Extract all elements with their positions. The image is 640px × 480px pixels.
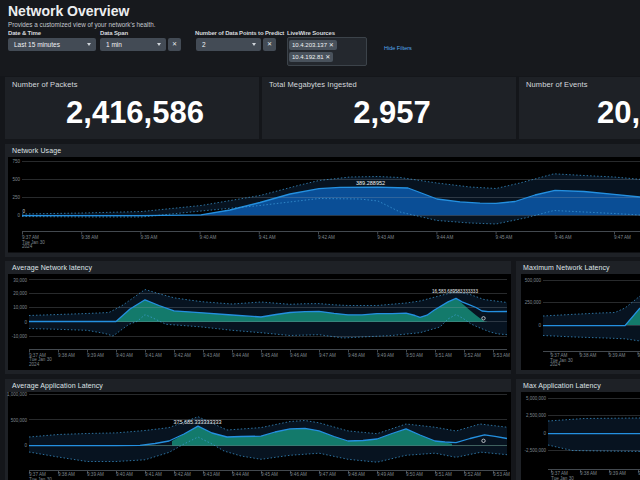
svg-text:9:43 AM: 9:43 AM bbox=[203, 353, 220, 358]
svg-text:9:38 AM: 9:38 AM bbox=[58, 353, 75, 358]
svg-text:9:41 AM: 9:41 AM bbox=[145, 353, 162, 358]
svg-text:9:39 AM: 9:39 AM bbox=[609, 471, 626, 476]
svg-text:2024: 2024 bbox=[550, 362, 561, 367]
svg-text:9:52 AM: 9:52 AM bbox=[464, 472, 481, 477]
svg-text:500,000: 500,000 bbox=[525, 278, 542, 283]
svg-text:9:38 AM: 9:38 AM bbox=[580, 471, 597, 476]
svg-text:389.288952: 389.288952 bbox=[356, 180, 385, 186]
svg-text:1,000,000: 1,000,000 bbox=[7, 392, 28, 397]
svg-text:9:51 AM: 9:51 AM bbox=[435, 472, 452, 477]
svg-text:2024: 2024 bbox=[29, 362, 40, 367]
svg-text:9:48 AM: 9:48 AM bbox=[348, 353, 365, 358]
svg-text:9:39 AM: 9:39 AM bbox=[87, 472, 104, 477]
svg-text:30,000: 30,000 bbox=[13, 278, 27, 283]
svg-text:Tue Jan 30: Tue Jan 30 bbox=[29, 477, 52, 480]
svg-text:20,000: 20,000 bbox=[13, 291, 27, 296]
svg-text:9:38 AM: 9:38 AM bbox=[81, 235, 98, 240]
svg-text:9:47 AM: 9:47 AM bbox=[319, 353, 336, 358]
svg-text:9:46 AM: 9:46 AM bbox=[555, 235, 572, 240]
svg-text:9:48 AM: 9:48 AM bbox=[348, 472, 365, 477]
svg-text:2024: 2024 bbox=[22, 244, 33, 249]
svg-text:9:42 AM: 9:42 AM bbox=[174, 472, 191, 477]
svg-text:9:40 AM: 9:40 AM bbox=[116, 472, 133, 477]
svg-text:5,000,000: 5,000,000 bbox=[526, 396, 547, 401]
svg-text:9:39 AM: 9:39 AM bbox=[140, 235, 157, 240]
svg-text:375,685.333333333: 375,685.333333333 bbox=[174, 419, 222, 425]
svg-text:9:42 AM: 9:42 AM bbox=[174, 353, 191, 358]
svg-text:-2,500,000: -2,500,000 bbox=[524, 448, 546, 453]
svg-text:9:45 AM: 9:45 AM bbox=[496, 235, 513, 240]
svg-text:500: 500 bbox=[12, 177, 20, 182]
svg-text:9:40 AM: 9:40 AM bbox=[200, 235, 217, 240]
svg-text:9:46 AM: 9:46 AM bbox=[290, 472, 307, 477]
svg-text:9:38 AM: 9:38 AM bbox=[58, 472, 75, 477]
svg-text:9:52 AM: 9:52 AM bbox=[464, 353, 481, 358]
svg-text:9:43 AM: 9:43 AM bbox=[203, 472, 220, 477]
svg-text:9:51 AM: 9:51 AM bbox=[435, 353, 452, 358]
svg-text:9:40 AM: 9:40 AM bbox=[116, 353, 133, 358]
svg-text:9:49 AM: 9:49 AM bbox=[377, 353, 394, 358]
svg-text:500,000: 500,000 bbox=[11, 418, 28, 423]
svg-text:9:39 AM: 9:39 AM bbox=[609, 353, 626, 358]
svg-text:9:45 AM: 9:45 AM bbox=[261, 353, 278, 358]
svg-text:9:50 AM: 9:50 AM bbox=[406, 472, 423, 477]
svg-text:9:44 AM: 9:44 AM bbox=[232, 353, 249, 358]
svg-text:9:49 AM: 9:49 AM bbox=[377, 472, 394, 477]
svg-text:9:45 AM: 9:45 AM bbox=[261, 472, 278, 477]
svg-text:16,583.689583333333: 16,583.689583333333 bbox=[432, 289, 478, 294]
svg-text:9:47 AM: 9:47 AM bbox=[614, 235, 631, 240]
svg-text:9:41 AM: 9:41 AM bbox=[145, 472, 162, 477]
svg-text:750: 750 bbox=[12, 159, 20, 164]
svg-text:9:38 AM: 9:38 AM bbox=[580, 353, 597, 358]
svg-text:9:50 AM: 9:50 AM bbox=[406, 353, 423, 358]
svg-text:9:42 AM: 9:42 AM bbox=[318, 235, 335, 240]
svg-text:9:46 AM: 9:46 AM bbox=[290, 353, 307, 358]
svg-text:9:53 AM: 9:53 AM bbox=[493, 472, 510, 477]
svg-text:9:39 AM: 9:39 AM bbox=[87, 353, 104, 358]
svg-text:9:47 AM: 9:47 AM bbox=[319, 472, 336, 477]
svg-text:9:53 AM: 9:53 AM bbox=[493, 353, 510, 358]
svg-text:10,000: 10,000 bbox=[13, 305, 27, 310]
svg-text:9:44 AM: 9:44 AM bbox=[436, 235, 453, 240]
svg-text:9:43 AM: 9:43 AM bbox=[377, 235, 394, 240]
svg-text:250: 250 bbox=[12, 195, 20, 200]
svg-text:9:41 AM: 9:41 AM bbox=[259, 235, 276, 240]
svg-text:-10,000: -10,000 bbox=[12, 334, 28, 339]
svg-text:2,500,000: 2,500,000 bbox=[526, 413, 547, 418]
svg-text:250,000: 250,000 bbox=[525, 300, 542, 305]
svg-text:9:44 AM: 9:44 AM bbox=[232, 472, 249, 477]
